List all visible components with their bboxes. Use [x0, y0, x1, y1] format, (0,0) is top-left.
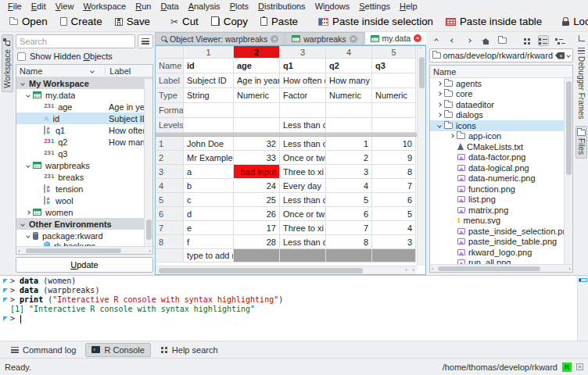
menu-windows[interactable]: Windows [310, 1, 355, 12]
view-icons-button[interactable] [522, 35, 532, 46]
data-cell[interactable]: 17 [234, 221, 280, 235]
meta-cell[interactable] [184, 103, 234, 118]
files-vscrollbar[interactable] [564, 78, 572, 264]
menu-edit[interactable]: Edit [27, 1, 51, 12]
meta-cell[interactable] [326, 103, 372, 118]
data-cell[interactable]: 32 [234, 137, 280, 151]
file-tree-item[interactable]: paste_inside_selection.png [430, 226, 572, 237]
data-cell[interactable]: 1 [326, 137, 372, 151]
interrupt-r-icon[interactable] [576, 363, 583, 370]
meta-cell[interactable]: Factor [280, 88, 326, 103]
workspace-tree-item[interactable]: 231q3 [16, 148, 152, 159]
file-tree-item[interactable]: data-factor.png [430, 152, 572, 163]
tool-tab-command-log[interactable]: Command log [5, 343, 82, 357]
tool-tab-help-search[interactable]: Help search [154, 343, 224, 357]
tab-close-icon[interactable]: × [350, 35, 357, 43]
file-tree-item[interactable]: rkward_logo.png [430, 247, 572, 258]
column-header-label[interactable]: Label [105, 66, 131, 76]
meta-cell[interactable] [184, 118, 234, 133]
workspace-tree-item[interactable]: 231q2How many ch... [16, 136, 152, 148]
data-cell[interactable]: 26 [234, 207, 280, 221]
data-cell[interactable]: 4 [372, 221, 416, 235]
document-tab-warpbreaks[interactable]: warpbreaks× [285, 32, 363, 45]
path-dropdown-icon[interactable] [566, 53, 571, 58]
open-button[interactable]: Open [3, 12, 54, 30]
files-column-header[interactable]: Name [430, 67, 456, 77]
expander-icon[interactable] [437, 123, 442, 128]
view-details-button[interactable] [538, 35, 549, 46]
data-cell[interactable]: Less than onc... [280, 193, 326, 207]
meta-cell[interactable]: How often do... [280, 73, 326, 88]
workspace-tree-item-section[interactable]: Other Environments [16, 218, 152, 230]
data-cell[interactable]: d [184, 207, 234, 221]
path-text[interactable]: home/thomas/develop/rkward/rkward/ [443, 51, 553, 60]
data-cell[interactable]: c [184, 193, 234, 207]
workspace-tree-item[interactable]: women [16, 206, 152, 218]
workspace-tree-item[interactable]: package:rkward [16, 230, 152, 241]
meta-cell[interactable]: age [234, 59, 280, 73]
data-cell[interactable]: 7 [372, 179, 416, 193]
grid-hscrollbar[interactable]: ‹› [156, 266, 417, 274]
workspace-hscrollbar[interactable]: ‹› [16, 246, 152, 254]
meta-cell[interactable] [234, 118, 280, 133]
data-cell[interactable]: Less than onc... [280, 235, 326, 249]
data-cell[interactable]: 4 [326, 179, 372, 193]
meta-cell[interactable]: String [184, 88, 234, 103]
dock-tab-files[interactable]: Files [575, 126, 587, 159]
data-cell[interactable]: f [184, 235, 234, 249]
file-tree-item[interactable]: dialogs [430, 110, 572, 121]
tab-close-icon[interactable]: × [414, 34, 421, 42]
lock-button[interactable]: Lock [556, 12, 588, 30]
console-scrollbar[interactable] [577, 276, 588, 341]
clear-path-icon[interactable]: × [555, 52, 565, 59]
search-input[interactable] [16, 34, 135, 48]
file-tree-item[interactable]: CMakeLists.txt [430, 141, 572, 152]
back-button[interactable] [447, 35, 458, 46]
r-console-view[interactable]: > data (women)> data (warpbreaks)> print… [0, 275, 588, 341]
menu-analysis[interactable]: Analysis [184, 1, 225, 12]
menu-run[interactable]: Run [131, 1, 156, 12]
menu-distributions[interactable]: Distributions [253, 1, 310, 12]
create-button[interactable]: Create [54, 12, 109, 30]
file-tree-item[interactable]: Imenu.svg [430, 216, 572, 227]
paste-inside-table-button[interactable]: Paste inside table [439, 12, 548, 30]
add-row-input-cell[interactable]: type to add row [184, 249, 234, 262]
column-header-4[interactable]: 4 [326, 46, 372, 59]
menu-view[interactable]: View [51, 1, 79, 12]
copy-button[interactable]: Copy [205, 12, 254, 30]
data-cell[interactable]: 5 [326, 193, 372, 207]
menu-data[interactable]: Data [156, 1, 183, 12]
tool-tab-r-console[interactable]: ›R Console [85, 343, 150, 357]
meta-cell[interactable]: Numeric [234, 88, 280, 103]
expander-icon[interactable] [26, 163, 30, 168]
menu-plots[interactable]: Plots [225, 1, 253, 12]
workspace-vscrollbar[interactable] [144, 79, 152, 246]
files-hscrollbar[interactable]: ‹› [430, 264, 572, 272]
data-cell[interactable]: 2 [326, 151, 372, 165]
dock-tab-debugger-frames[interactable]: Debugger Frames [575, 44, 587, 123]
column-header-1[interactable]: 1 [184, 46, 234, 59]
meta-cell[interactable]: Age in year [234, 73, 280, 88]
data-cell[interactable]: 33 [234, 151, 280, 165]
data-cell[interactable]: 10 [372, 137, 416, 151]
column-header-2[interactable]: 2 [234, 46, 280, 59]
column-header-3[interactable]: 3 [280, 46, 326, 59]
menu-settings[interactable]: Settings [354, 1, 395, 12]
data-cell[interactable]: Once or twice... [280, 151, 326, 165]
expander-icon[interactable] [437, 102, 442, 107]
data-cell[interactable]: Once or twice... [280, 207, 326, 221]
data-cell[interactable]: John Doe [184, 137, 234, 151]
workspace-tree-item[interactable]: abq1How often do... [16, 124, 152, 136]
expander-icon[interactable] [437, 112, 442, 117]
data-cell[interactable]: Every day [280, 179, 326, 193]
data-cell[interactable]: e [184, 221, 234, 235]
data-cell[interactable]: 3 [326, 165, 372, 179]
workspace-tree-item[interactable]: abtension [16, 183, 152, 195]
path-combobox[interactable]: home/thomas/develop/rkward/rkward/ × [429, 48, 573, 62]
file-tree-item[interactable]: app-icon [430, 131, 572, 142]
new-folder-button[interactable] [497, 35, 507, 46]
file-tree-item[interactable]: run_all.png [430, 258, 572, 265]
column-header-name[interactable]: Name [16, 66, 42, 76]
file-tree-item[interactable]: data-logical.png [430, 162, 572, 173]
data-cell[interactable]: 9 [372, 151, 416, 165]
